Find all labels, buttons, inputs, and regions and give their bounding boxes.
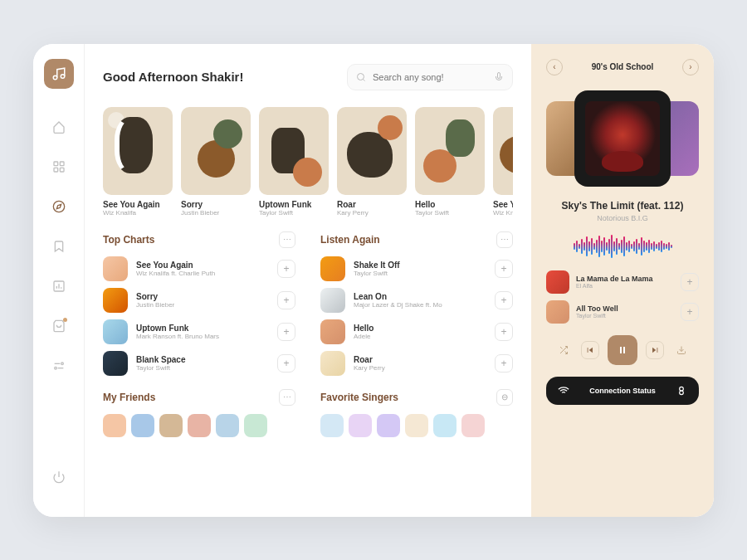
playlist-name: 90's Old School [592,62,654,71]
section-title: Favorite Singers [320,392,398,403]
carousel-card[interactable]: SorryJustin Bieber [181,107,251,217]
svg-point-6 [53,201,64,212]
search-box[interactable] [347,64,513,90]
more-button[interactable]: ⋯ [279,231,295,248]
avatar[interactable] [216,414,239,437]
add-button[interactable]: + [681,303,699,321]
avatar[interactable] [349,414,372,437]
add-button[interactable]: + [495,354,513,373]
download-button[interactable] [672,341,691,359]
carousel-card[interactable]: RoarKary Perry [337,107,407,217]
chart-icon[interactable] [44,271,74,301]
carousel-card[interactable]: HelloTaylor Swift [415,107,485,217]
svg-rect-2 [54,162,58,166]
left-column: Top Charts⋯ See You AgainWiz Knalifa ft.… [103,231,295,497]
more-button[interactable]: ⋯ [279,389,295,406]
right-column: Listen Again⋯ Shake It OffTaylor Swift+ … [320,231,513,497]
svg-point-17 [358,73,364,80]
app-window: Good Afternoon Shakir! See You AgainWiz … [33,44,714,517]
svg-point-15 [54,367,56,369]
svg-marker-22 [589,347,593,353]
svg-point-13 [61,363,63,365]
avatar[interactable] [433,414,456,437]
add-button[interactable]: + [495,323,513,341]
add-button[interactable]: + [277,260,295,278]
svg-rect-25 [623,347,625,353]
track-row[interactable]: See You AgainWiz Knalifa ft. Charlie Put… [103,256,295,281]
play-pause-button[interactable] [608,335,637,365]
now-playing-artist: Notorious B.I.G [546,214,699,222]
singers-avatars [320,414,513,437]
track-row[interactable]: SorryJustin Bieber+ [103,288,295,313]
bag-icon[interactable] [44,311,74,341]
add-button[interactable]: + [277,323,295,341]
avatar[interactable] [131,414,154,437]
minus-button[interactable]: ⊖ [496,389,513,406]
track-row[interactable]: HelloAdele+ [320,319,513,344]
album-art-carousel [546,89,699,188]
avatar[interactable] [377,414,400,437]
add-button[interactable]: + [495,260,513,278]
compass-icon[interactable] [44,192,74,222]
listen-again-list: Shake It OffTaylor Swift+ Lean OnMajor L… [320,256,513,376]
prev-playlist-button[interactable]: ‹ [546,59,563,75]
section-title: Listen Again [320,234,380,246]
queue-item[interactable]: All Too WellTaylor Swift+ [546,300,699,324]
butterfly-icon [676,385,687,397]
connection-bar[interactable]: Connection Status [546,377,699,405]
player-panel: ‹ 90's Old School › Sky's The Limit (fea… [531,44,714,517]
now-playing-title: Sky's The Limit (feat. 112) [546,200,699,212]
add-button[interactable]: + [495,291,513,309]
avatar[interactable] [405,414,428,437]
home-icon[interactable] [44,112,74,142]
header: Good Afternoon Shakir! [103,64,513,90]
add-button[interactable]: + [277,291,295,309]
svg-rect-4 [54,168,58,172]
featured-carousel: See You AgainWiz Knalifa SorryJustin Bie… [103,107,513,217]
next-track-button[interactable] [646,341,664,359]
shuffle-button[interactable] [554,341,573,359]
prev-track-button[interactable] [581,341,599,359]
queue-item[interactable]: La Mama de La MamaEl Alfa+ [546,270,699,294]
track-row[interactable]: RoarKary Perry+ [320,351,513,376]
svg-point-1 [61,74,65,78]
app-logo[interactable] [44,59,74,89]
main-content: Good Afternoon Shakir! See You AgainWiz … [85,44,531,517]
carousel-card[interactable]: Uptown FunkTaylor Swift [259,107,329,217]
top-charts-list: See You AgainWiz Knalifa ft. Charlie Put… [103,256,295,376]
mic-icon[interactable] [494,72,504,82]
avatar[interactable] [461,414,485,437]
more-button[interactable]: ⋯ [496,231,513,248]
svg-line-18 [363,79,364,80]
svg-marker-7 [56,204,61,208]
power-icon[interactable] [44,462,74,492]
avatar[interactable] [320,414,344,437]
current-album[interactable] [574,90,671,187]
queue-list: La Mama de La MamaEl Alfa+ All Too WellT… [546,270,699,324]
section-title: My Friends [103,392,155,403]
add-button[interactable]: + [277,354,295,373]
search-input[interactable] [373,72,487,82]
avatar[interactable] [103,414,126,437]
svg-line-21 [560,347,563,349]
avatar[interactable] [244,414,267,437]
connection-label: Connection Status [589,387,656,395]
bookmark-icon[interactable] [44,231,74,261]
grid-icon[interactable] [44,152,74,182]
settings-icon[interactable] [44,351,74,381]
waveform[interactable] [546,234,699,259]
carousel-card[interactable]: See YouWiz Knali [493,107,513,217]
next-playlist-button[interactable]: › [682,59,699,75]
avatar[interactable] [188,414,211,437]
track-row[interactable]: Uptown FunkMark Ranson ft. Bruno Mars+ [103,319,295,344]
track-row[interactable]: Shake It OffTaylor Swift+ [320,256,513,281]
track-row[interactable]: Blank SpaceTaylor Swift+ [103,351,295,376]
friends-avatars [103,414,295,437]
carousel-card[interactable]: See You AgainWiz Knalifa [103,107,173,217]
player-controls [546,335,699,365]
add-button[interactable]: + [681,273,699,291]
track-row[interactable]: Lean OnMajor Lazer & Dj Shake ft. Mo+ [320,288,513,313]
svg-rect-3 [60,162,64,166]
avatar[interactable] [159,414,183,437]
content-sections: Top Charts⋯ See You AgainWiz Knalifa ft.… [103,231,513,497]
